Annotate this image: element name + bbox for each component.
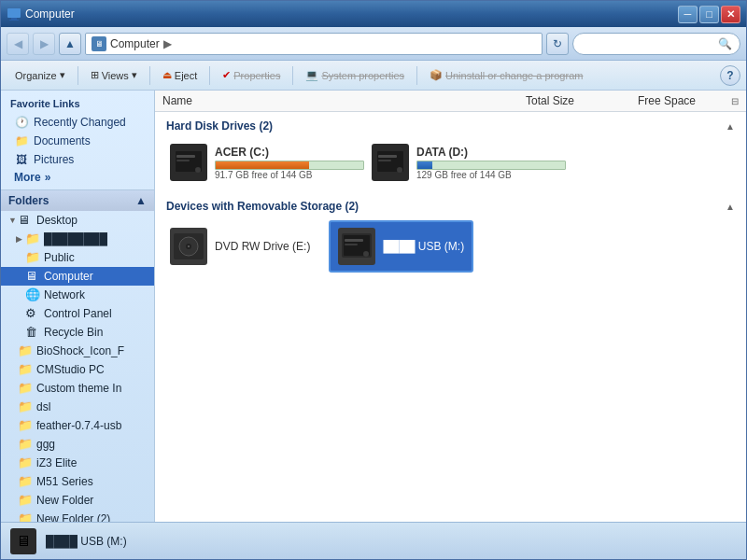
recently-changed-icon: 🕐 <box>14 115 29 130</box>
folders-section: Folders ▲ ▼🖥Desktop▶📁████████📁Public🖥Com… <box>1 189 154 522</box>
tree-item[interactable]: 📁feather-0.7.4-usb <box>1 416 154 435</box>
content-area: Hard Disk Drives (2) ▲ ACER (C:) <box>155 112 746 522</box>
folder-tree: ▼🖥Desktop▶📁████████📁Public🖥Computer🌐Netw… <box>1 211 154 522</box>
views-icon: ⊞ <box>91 69 99 81</box>
tree-item-label: Recycle Bin <box>44 326 103 339</box>
tree-item[interactable]: 📁iZ3 Elite <box>1 454 154 472</box>
refresh-button[interactable]: ↻ <box>546 33 569 55</box>
tree-item[interactable]: ▶📁████████ <box>1 230 154 248</box>
removable-item[interactable]: ████ USB (M:) <box>329 220 473 273</box>
views-button[interactable]: ⊞ Views ▾ <box>82 63 146 88</box>
eject-button[interactable]: ⏏ Eject <box>154 63 205 88</box>
tree-item[interactable]: 📁CMStudio PC <box>1 360 154 379</box>
removable-collapse[interactable]: ▲ <box>726 202 735 212</box>
search-icon: 🔍 <box>718 37 732 50</box>
tree-item-label: CMStudio PC <box>36 363 105 376</box>
col-header-free[interactable]: Free Space <box>638 94 731 107</box>
drive-info: DATA (D:) 129 GB free of 144 GB <box>416 146 566 180</box>
tree-item[interactable]: 📁New Folder (2) <box>1 510 154 522</box>
more-label: More <box>14 171 41 184</box>
tree-item-icon: 📁 <box>18 399 33 414</box>
fav-item-pictures[interactable]: 🖼 Pictures <box>10 150 148 169</box>
eject-label: Eject <box>175 70 197 81</box>
svg-point-5 <box>195 167 201 173</box>
removable-section-label: Devices with Removable Storage (2) ▲ <box>166 200 735 213</box>
toolbar-sep-3 <box>209 66 210 85</box>
breadcrumb-bar[interactable]: 🖥 Computer ▶ <box>85 33 543 55</box>
tree-item-icon: 🖥 <box>25 269 40 284</box>
tree-item[interactable]: 📁M51 Series <box>1 472 154 491</box>
fav-item-documents[interactable]: 📁 Documents <box>10 132 148 150</box>
drive-row: ACER (C:) 91.7 GB free of 144 GB <box>170 144 364 181</box>
tree-item[interactable]: 📁ggg <box>1 435 154 454</box>
drives-grid: ACER (C:) 91.7 GB free of 144 GB DATA (D… <box>166 140 735 185</box>
drive-item[interactable]: DATA (D:) 129 GB free of 144 GB <box>368 140 555 185</box>
back-button[interactable]: ◀ <box>7 33 29 55</box>
svg-rect-20 <box>345 239 363 242</box>
fav-item-recently-changed[interactable]: 🕐 Recently Changed <box>10 113 148 132</box>
tree-item[interactable]: 🗑Recycle Bin <box>1 323 154 342</box>
system-properties-button[interactable]: 💻 System properties <box>297 63 413 88</box>
tree-item[interactable]: 📁Public <box>1 248 154 267</box>
removable-item[interactable]: DVD RW Drive (E:) <box>166 220 314 273</box>
removable-section: Devices with Removable Storage (2) ▲ DVD… <box>166 200 735 273</box>
views-arrow: ▾ <box>132 69 137 81</box>
drive-item[interactable]: ACER (C:) 91.7 GB free of 144 GB <box>166 140 353 185</box>
titlebar-left: Computer <box>7 7 75 21</box>
svg-rect-2 <box>9 20 19 21</box>
tree-item-icon: 📁 <box>25 250 40 265</box>
tree-item-icon: 🗑 <box>25 325 40 340</box>
tree-item-icon: 📁 <box>18 418 33 433</box>
tree-item[interactable]: ▼🖥Desktop <box>1 211 154 230</box>
tree-item-icon: 🖥 <box>18 213 33 228</box>
breadcrumb-text: Computer <box>110 37 160 50</box>
minimize-button[interactable]: ─ <box>678 6 698 23</box>
tree-expand-arrow: ▶ <box>16 234 25 244</box>
help-button[interactable]: ? <box>720 65 740 86</box>
organize-button[interactable]: Organize ▾ <box>7 63 74 88</box>
maximize-button[interactable]: □ <box>699 6 719 23</box>
col-collapse-all[interactable]: ⊟ <box>731 96 739 106</box>
tree-item[interactable]: 📁dsl <box>1 398 154 416</box>
hard-disk-collapse[interactable]: ▲ <box>726 121 735 132</box>
up-button[interactable]: ▲ <box>59 33 81 55</box>
col-header-total[interactable]: Total Size <box>526 94 638 107</box>
folders-header[interactable]: Folders ▲ <box>1 190 154 211</box>
favorite-links: Favorite Links 🕐 Recently Changed 📁 Docu… <box>1 91 154 189</box>
svg-rect-1 <box>11 18 17 20</box>
uninstall-button[interactable]: 📦 Uninstall or change a program <box>421 63 591 88</box>
breadcrumb-arrow: ▶ <box>163 37 172 50</box>
svg-point-16 <box>188 245 190 247</box>
tree-item-icon: 📁 <box>18 474 33 489</box>
close-button[interactable]: ✕ <box>721 6 740 23</box>
more-chevron: » <box>45 171 51 184</box>
folders-label: Folders <box>8 194 49 207</box>
left-panel: Favorite Links 🕐 Recently Changed 📁 Docu… <box>1 91 155 522</box>
favorite-links-header: Favorite Links <box>10 98 148 109</box>
titlebar: Computer ─ □ ✕ <box>1 1 746 27</box>
tree-item[interactable]: 📁BioShock_Icon_F <box>1 342 154 360</box>
forward-button[interactable]: ▶ <box>33 33 55 55</box>
properties-label: Properties <box>233 70 280 81</box>
tree-item-label: New Folder (2) <box>36 512 110 522</box>
col-header-name[interactable]: Name <box>162 94 526 107</box>
tree-item-icon: 📁 <box>18 343 33 358</box>
tree-item[interactable]: ⚙Control Panel <box>1 304 154 323</box>
tree-item[interactable]: 🖥Computer <box>1 267 154 286</box>
drive-icon <box>170 144 207 181</box>
views-label: Views <box>102 70 129 81</box>
svg-rect-11 <box>378 155 397 158</box>
tree-item-label: M51 Series <box>36 475 93 488</box>
properties-button[interactable]: ✔ Properties <box>214 63 289 88</box>
more-link[interactable]: More » <box>10 169 148 186</box>
tree-item[interactable]: 🌐Network <box>1 286 154 304</box>
tree-item-label: feather-0.7.4-usb <box>36 419 121 432</box>
tree-item[interactable]: 📁Custom theme In <box>1 379 154 398</box>
tree-item-label: Control Panel <box>44 307 112 320</box>
removable-icon <box>170 228 207 265</box>
tree-item-label: iZ3 Elite <box>36 456 77 469</box>
tree-item[interactable]: 📁New Folder <box>1 491 154 510</box>
window: Computer ─ □ ✕ ◀ ▶ ▲ 🖥 Computer ▶ ↻ 🔍 Or… <box>0 0 747 560</box>
search-input[interactable] <box>581 38 714 49</box>
organize-label: Organize <box>15 70 57 81</box>
